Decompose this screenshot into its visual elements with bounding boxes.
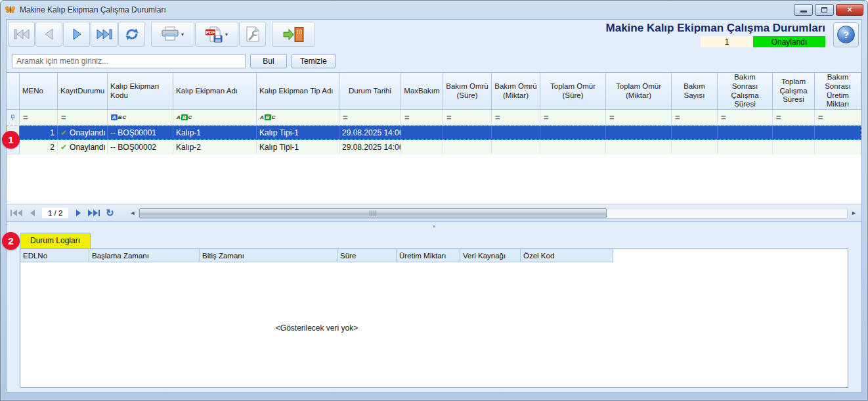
pager-refresh-button[interactable]: ↻ xyxy=(102,206,118,220)
cell-meno[interactable]: 2 xyxy=(20,140,58,154)
cell-type-name[interactable]: Kalıp Tipi-1 xyxy=(257,126,339,140)
column-header-bakim-sonrasi-calisma[interactable]: Bakım Sonrası Çalışma Süresi xyxy=(718,73,773,110)
cell-empty[interactable] xyxy=(815,126,861,140)
pager-previous-button[interactable] xyxy=(24,206,40,220)
close-button[interactable]: × xyxy=(836,4,863,16)
filter-cell[interactable]: = xyxy=(718,110,773,126)
column-header-toplam-omur-miktar[interactable]: Toplam Ömür (Miktar) xyxy=(606,73,672,110)
column-header-kalip-ekipman-tip-adi[interactable]: Kalıp Ekipman Tip Adı xyxy=(257,73,339,110)
export-pdf-button[interactable]: PDF ▼ xyxy=(195,22,238,47)
cell-empty[interactable] xyxy=(606,140,672,154)
log-column-header-veri-kaynagi[interactable]: Veri Kaynağı xyxy=(460,249,521,262)
filter-cell[interactable]: = xyxy=(443,110,492,126)
cell-empty[interactable] xyxy=(443,140,492,154)
cell-empty[interactable] xyxy=(401,126,443,140)
pager-next-button[interactable] xyxy=(70,206,86,220)
pager-last-button[interactable] xyxy=(86,206,102,220)
filter-cell[interactable]: = xyxy=(401,110,443,126)
filter-cell[interactable]: = xyxy=(339,110,401,126)
print-button[interactable]: ▼ xyxy=(151,22,194,47)
column-header-meno[interactable]: MENo xyxy=(20,73,58,110)
maximize-button[interactable] xyxy=(815,4,834,16)
column-header-kayitdurumu[interactable]: KayıtDurumu xyxy=(58,73,108,110)
cell-code[interactable]: -- BOŞ00001 xyxy=(108,126,173,140)
tab-durum-loglari[interactable]: Durum Logları xyxy=(20,233,91,248)
log-column-header-uretim[interactable]: Üretim Miktarı xyxy=(397,249,460,262)
find-button[interactable]: Bul xyxy=(250,54,287,68)
first-record-button[interactable] xyxy=(8,22,35,47)
last-record-button[interactable] xyxy=(91,22,118,47)
table-row[interactable]: 2 ✔Onaylandı -- BOŞ00002 Kalıp-2 Kalıp T… xyxy=(7,140,861,154)
cell-empty[interactable] xyxy=(540,126,606,140)
cell-status[interactable]: ✔Onaylandı xyxy=(58,126,108,140)
cell-empty[interactable] xyxy=(773,126,815,140)
pdf-save-icon: PDF xyxy=(205,26,223,43)
table-row-selected[interactable]: 1 ✔Onaylandı -- BOŞ00001 Kalıp-1 Kalıp T… xyxy=(7,126,861,140)
log-column-header-bitis[interactable]: Bitiş Zamanı xyxy=(200,249,337,262)
cell-type-name[interactable]: Kalıp Tipi-1 xyxy=(257,140,339,154)
pdf-dropdown-icon[interactable]: ▼ xyxy=(225,32,229,37)
search-input[interactable] xyxy=(12,54,246,68)
cell-name[interactable]: Kalıp-2 xyxy=(173,140,257,154)
pager-first-button[interactable] xyxy=(9,206,24,220)
cell-status-date[interactable]: 29.08.2025 14:06 xyxy=(339,126,401,140)
scroll-left-icon[interactable]: ◄ xyxy=(127,210,138,216)
cell-empty[interactable] xyxy=(672,126,718,140)
print-dropdown-icon[interactable]: ▼ xyxy=(181,32,185,37)
filter-cell[interactable]: = xyxy=(815,110,861,126)
column-header-bakim-sayisi[interactable]: Bakım Sayısı xyxy=(672,73,718,110)
cell-status-date[interactable]: 29.08.2025 14:06 xyxy=(339,140,401,154)
title-bar[interactable]: Makine Kalıp Ekipman Çalışma Durumları × xyxy=(1,1,867,18)
cell-empty[interactable] xyxy=(443,126,492,140)
cell-empty[interactable] xyxy=(492,140,540,154)
column-header-kalip-ekipman-kodu[interactable]: Kalıp Ekipman Kodu xyxy=(108,73,173,110)
column-header-kalip-ekipman-adi[interactable]: Kalıp Ekipman Adı xyxy=(173,73,257,110)
filter-cell[interactable]: = xyxy=(20,110,58,126)
column-header-toplam-calisma[interactable]: Toplam Çalışma Süresi xyxy=(773,73,815,110)
cell-status[interactable]: ✔Onaylandı xyxy=(58,140,108,154)
horizontal-scrollbar[interactable] xyxy=(139,208,848,219)
cell-empty[interactable] xyxy=(815,140,861,154)
filter-cell[interactable]: ABC xyxy=(108,110,173,126)
scroll-right-icon[interactable]: ► xyxy=(848,210,859,216)
filter-cell[interactable]: = xyxy=(492,110,540,126)
log-column-header-ozel-kod[interactable]: Özel Kod xyxy=(521,249,613,262)
cell-empty[interactable] xyxy=(540,140,606,154)
filter-cell[interactable]: = xyxy=(58,110,108,126)
cell-empty[interactable] xyxy=(718,140,773,154)
cell-empty[interactable] xyxy=(773,140,815,154)
exit-button[interactable] xyxy=(272,22,315,47)
column-header-bakim-omru-miktar[interactable]: Bakım Ömrü (Miktar) xyxy=(492,73,540,110)
cell-empty[interactable] xyxy=(606,126,672,140)
scrollbar-thumb[interactable] xyxy=(139,208,606,218)
splitter[interactable]: ▼ xyxy=(7,222,861,230)
filter-cell[interactable]: = xyxy=(606,110,672,126)
filter-cell[interactable]: ABC xyxy=(257,110,339,126)
cell-code[interactable]: -- BOŞ00002 xyxy=(108,140,173,154)
column-header-bakim-omru-sure[interactable]: Bakım Ömrü (Süre) xyxy=(443,73,492,110)
column-header-maxbakim[interactable]: MaxBakım xyxy=(401,73,443,110)
cell-name[interactable]: Kalıp-1 xyxy=(173,126,257,140)
log-column-header-edlno[interactable]: EDLNo xyxy=(20,249,89,262)
refresh-button[interactable] xyxy=(118,22,145,47)
filter-cell[interactable]: = xyxy=(773,110,815,126)
log-column-header-sure[interactable]: Süre xyxy=(337,249,397,262)
minimize-button[interactable] xyxy=(794,4,813,16)
cell-empty[interactable] xyxy=(401,140,443,154)
print-preview-button[interactable] xyxy=(239,22,266,47)
filter-cell[interactable]: = xyxy=(540,110,606,126)
filter-cell[interactable]: ABC xyxy=(173,110,257,126)
column-header-bakim-sonrasi-uretim[interactable]: Bakım Sonrası Üretim Miktarı xyxy=(815,73,861,110)
help-button[interactable]: ? xyxy=(833,22,859,47)
log-column-header-baslama[interactable]: Başlama Zamanı xyxy=(89,249,200,262)
cell-meno[interactable]: 1 xyxy=(20,126,58,140)
cell-empty[interactable] xyxy=(492,126,540,140)
filter-cell[interactable]: = xyxy=(672,110,718,126)
column-header-durum-tarihi[interactable]: Durum Tarihi xyxy=(339,73,401,110)
column-header-toplam-omur-sure[interactable]: Toplam Ömür (Süre) xyxy=(540,73,606,110)
clear-button[interactable]: Temizle xyxy=(292,54,336,68)
previous-record-button[interactable] xyxy=(35,22,62,47)
next-record-button[interactable] xyxy=(63,22,90,47)
cell-empty[interactable] xyxy=(718,126,773,140)
cell-empty[interactable] xyxy=(672,140,718,154)
